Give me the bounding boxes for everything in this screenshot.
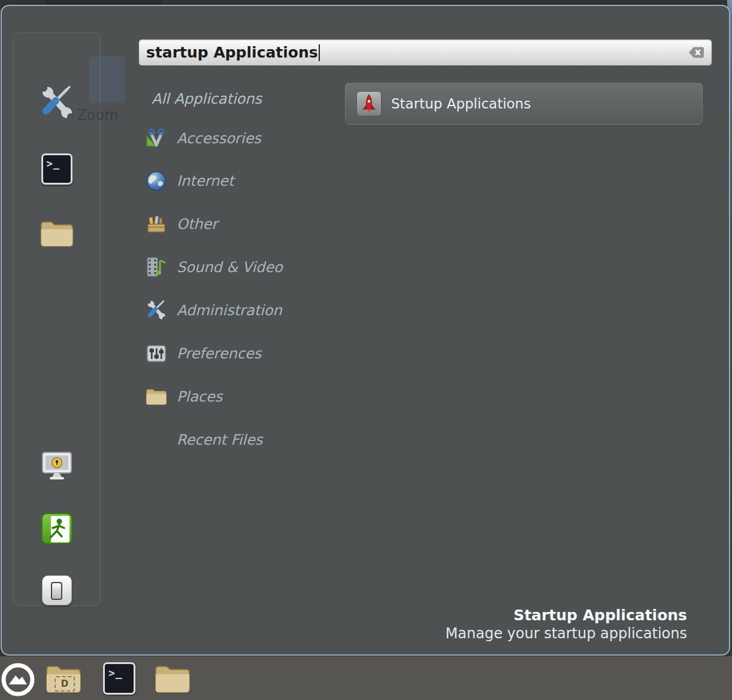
category-administration[interactable]: Administration: [144, 289, 342, 331]
category-preferences[interactable]: Preferences: [144, 333, 342, 375]
category-label: Sound & Video: [177, 259, 283, 276]
category-sound-video[interactable]: Sound & Video: [144, 246, 342, 288]
system-settings-button[interactable]: [38, 84, 76, 125]
category-label: Places: [177, 388, 222, 405]
category-label: All Applications: [152, 90, 262, 107]
files-button[interactable]: [39, 218, 75, 252]
shutdown-button[interactable]: [42, 575, 72, 605]
terminal-button[interactable]: >_: [41, 153, 72, 185]
light-switch-icon: [51, 582, 62, 600]
accessories-icon: [144, 127, 168, 150]
taskbar-files-button[interactable]: [153, 662, 192, 699]
show-desktop-button[interactable]: D: [44, 662, 83, 699]
places-icon: [144, 387, 168, 407]
category-internet[interactable]: Internet: [144, 160, 342, 202]
category-label: Other: [177, 216, 217, 233]
desktop-letter-badge: D: [55, 676, 75, 692]
mint-logo-icon: [0, 662, 36, 698]
category-all-applications[interactable]: All Applications: [144, 78, 342, 120]
application-menu: Zoom >_: [1, 5, 730, 656]
administration-icon: [144, 299, 168, 322]
clear-search-icon[interactable]: [688, 46, 704, 59]
selection-title: Startup Applications: [446, 607, 687, 625]
category-label: Recent Files: [177, 432, 262, 448]
folder-icon: [153, 662, 192, 696]
internet-icon: [144, 170, 168, 192]
favorites-sidebar: >_: [13, 32, 101, 606]
result-startup-applications[interactable]: Startup Applications: [345, 83, 703, 125]
search-value: startup Applications: [146, 44, 318, 61]
category-label: Internet: [177, 173, 234, 189]
startup-rocket-icon: [356, 91, 382, 116]
preferences-icon: [144, 342, 168, 365]
toolbox-icon: [144, 213, 168, 236]
text-caret: [319, 44, 320, 61]
category-accessories[interactable]: Accessories: [144, 117, 342, 159]
logout-button[interactable]: [41, 512, 73, 547]
category-other[interactable]: Other: [144, 203, 342, 245]
system-tools-icon: [38, 84, 76, 122]
terminal-prompt-glyph: >_: [105, 664, 123, 679]
category-places[interactable]: Places: [144, 376, 342, 418]
category-label: Administration: [177, 302, 282, 319]
terminal-prompt-glyph: >_: [43, 155, 60, 170]
taskbar: D >_: [0, 656, 732, 700]
taskbar-terminal-button[interactable]: >_: [103, 662, 135, 695]
result-label: Startup Applications: [391, 96, 531, 111]
lock-screen-icon: [40, 449, 74, 482]
selection-subtitle: Manage your startup applications: [446, 625, 687, 642]
menu-button[interactable]: [0, 662, 36, 700]
category-recent-files[interactable]: Recent Files: [144, 419, 342, 461]
category-label: Accessories: [177, 130, 261, 147]
desktop: Zoom >_: [0, 0, 732, 700]
search-input[interactable]: startup Applications: [138, 39, 712, 66]
sound-video-icon: [144, 256, 168, 279]
logout-icon: [41, 512, 73, 545]
category-label: Preferences: [177, 345, 261, 362]
selection-info: Startup Applications Manage your startup…: [446, 607, 687, 642]
lock-screen-button[interactable]: [40, 449, 74, 485]
folder-icon: [39, 218, 75, 250]
